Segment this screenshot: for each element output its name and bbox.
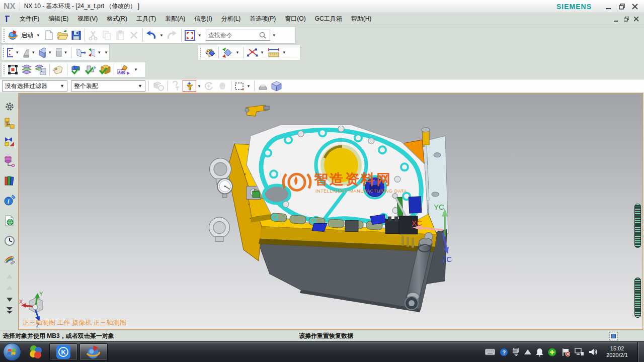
layer-settings-button[interactable] [20, 63, 34, 77]
selection-scope-value: 整个装配 [74, 82, 98, 90]
rectangle-select-button[interactable]: ▼ [233, 79, 253, 93]
clip-slider-bottom[interactable] [634, 278, 641, 318]
shaded-object-button[interactable] [256, 79, 270, 93]
search-dropdown-arrow[interactable]: ▼ [270, 33, 278, 38]
cut-button[interactable] [87, 28, 100, 42]
menu-format[interactable]: 格式(R) [102, 13, 132, 25]
section-plane-button[interactable]: ▼ [87, 46, 103, 60]
antivirus-tray-icon[interactable] [548, 348, 556, 356]
zoom-fit-button[interactable]: ▼ [6, 46, 21, 60]
reuse-library-button[interactable] [3, 174, 16, 187]
snap-dropdown-arrow[interactable]: ▼ [196, 84, 202, 88]
true-shading-button[interactable] [203, 46, 217, 60]
toolbar-drag-handle[interactable] [3, 29, 5, 42]
select-within-assembly-button[interactable] [152, 79, 166, 93]
annotation-tag-button[interactable] [51, 63, 65, 77]
undo-button[interactable]: ▼ [144, 28, 166, 42]
toolbar-overflow-arrow[interactable]: ▼ [103, 50, 109, 55]
save-button[interactable] [69, 28, 83, 42]
start-menu-button[interactable]: 启动 ▼ [6, 28, 42, 42]
show-desktop-button[interactable] [637, 342, 644, 362]
materials-button[interactable] [3, 253, 16, 266]
history-button[interactable] [3, 234, 16, 247]
paste-button[interactable] [114, 28, 127, 42]
menu-preferences[interactable]: 首选项(P) [245, 13, 280, 25]
menu-file[interactable]: 文件(F) [15, 13, 44, 25]
lifting-eyebolt-bottom[interactable] [209, 218, 229, 242]
menu-view[interactable]: 视图(V) [73, 13, 102, 25]
open-file-button[interactable] [56, 28, 69, 42]
fit-view-button[interactable]: ▼ [183, 28, 204, 42]
shaded-display-button[interactable]: ▼ [37, 46, 54, 60]
toolbar-drag-handle[interactable] [3, 47, 5, 58]
constraint-navigator-button[interactable] [3, 135, 16, 148]
floating-bracket-part[interactable] [245, 105, 269, 116]
roles-button[interactable] [3, 100, 16, 113]
layer-visible-button[interactable] [34, 63, 48, 77]
highlight-filter-button[interactable] [169, 79, 183, 93]
window-tray-icon[interactable] [513, 348, 520, 356]
delete-button[interactable] [127, 28, 141, 42]
taskbar-clock[interactable]: 15:02 2020/2/1 [602, 345, 633, 358]
pinwheel-app-button[interactable] [27, 343, 44, 360]
display-mode-button[interactable]: ▼ [54, 46, 69, 60]
scroll-bottom-button[interactable] [3, 304, 16, 317]
snapshot-button[interactable] [6, 63, 20, 77]
part-navigator-button[interactable] [3, 154, 16, 167]
show-hide-button[interactable]: ▼ [220, 46, 242, 60]
command-search-input[interactable] [208, 32, 259, 39]
volume-tray-icon[interactable] [589, 348, 598, 356]
restore-button[interactable] [619, 4, 625, 10]
assembly-navigator-button[interactable] [3, 117, 16, 129]
selection-scope-combo[interactable]: 整个装配 ▼ [71, 80, 145, 92]
mdi-minimize-button[interactable] [614, 17, 619, 22]
menu-analysis[interactable]: 分析(L) [217, 13, 246, 25]
copy-button[interactable] [100, 28, 114, 42]
notification-bell-icon[interactable] [536, 348, 543, 356]
new-file-button[interactable] [42, 28, 56, 42]
rotate-reposition-button[interactable] [202, 79, 216, 93]
transparent-cube-button[interactable] [270, 79, 283, 93]
command-finder[interactable] [206, 30, 270, 41]
move-handle-button[interactable] [216, 79, 229, 93]
toolbar-drag-handle[interactable] [199, 47, 202, 58]
menu-assemblies[interactable]: 装配(A) [160, 13, 190, 25]
toolbar-drag-handle[interactable] [3, 64, 5, 75]
clip-slider-top[interactable] [634, 204, 641, 248]
close-button[interactable] [632, 4, 638, 10]
cad-3d-model[interactable]: XC YC ZC 智造资料网 INTELLIGENT MANUFACTURING… [19, 94, 642, 329]
redo-button[interactable] [166, 28, 180, 42]
dial-indicator[interactable] [217, 178, 232, 197]
minimize-button[interactable] [606, 4, 612, 10]
menu-window[interactable]: 窗口(O) [280, 13, 310, 25]
clip-plane-button[interactable] [73, 46, 87, 60]
menu-edit[interactable]: 编辑(E) [44, 13, 73, 25]
mdi-restore-button[interactable] [624, 17, 629, 22]
menu-gc-toolbox[interactable]: GC工具箱 [310, 13, 347, 25]
menu-help[interactable]: 帮助(H) [347, 13, 376, 25]
menu-information[interactable]: 信息(I) [190, 13, 216, 25]
dialog-rail-button[interactable] [609, 332, 618, 340]
assembly-constraints-button[interactable]: ▼ [245, 46, 266, 60]
k-app-taskbar-button[interactable]: K [49, 343, 77, 360]
mdi-close-button[interactable] [634, 17, 639, 22]
action-center-flag-icon[interactable] [561, 348, 570, 356]
assembly-check-button[interactable] [98, 63, 112, 77]
show-hidden-icons-button[interactable] [524, 349, 531, 354]
web-browser-button[interactable] [3, 214, 16, 227]
edit-object-display-button[interactable] [69, 63, 83, 77]
help-tray-icon[interactable]: ? [500, 348, 508, 356]
measure-button[interactable]: ▼ [266, 46, 288, 60]
keyboard-tray-icon[interactable] [485, 348, 495, 355]
graphics-viewport[interactable]: XC YC ZC 智造资料网 INTELLIGENT MANUFACTURING… [19, 93, 643, 330]
nx-taskbar-button[interactable] [79, 343, 108, 360]
network-tray-icon[interactable] [575, 348, 584, 356]
selection-filter-combo[interactable]: 没有选择过滤器 ▼ [2, 80, 67, 92]
show-hide-check-button[interactable] [83, 63, 98, 77]
internet-info-button[interactable]: i [3, 194, 16, 207]
menu-tools[interactable]: 工具(T) [132, 13, 160, 25]
section-view-button[interactable]: ▼ [21, 46, 37, 60]
start-button[interactable] [3, 343, 21, 361]
object-name-button[interactable]: ABC▼ [116, 63, 140, 77]
snap-point-filter-button[interactable] [183, 80, 196, 92]
